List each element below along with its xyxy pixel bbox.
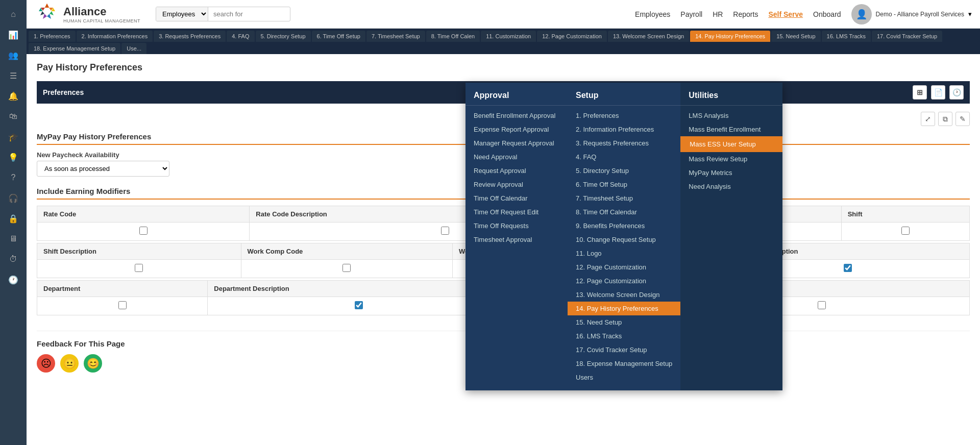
dropdown-item-timeoff-requests[interactable]: Time Off Requests (465, 219, 568, 233)
checkbox-rate-code-desc[interactable] (441, 227, 449, 235)
user-info[interactable]: 👤 Demo - Alliance Payroll Services ▾ (851, 4, 972, 24)
dropdown-item-timesheet-approval[interactable]: Timesheet Approval (465, 233, 568, 246)
dropdown-setup-5[interactable]: 5. Directory Setup (568, 164, 680, 178)
checkbox-rate-code[interactable] (139, 227, 148, 235)
tab-13-welcome[interactable]: 13. Welcome Screen Design (608, 31, 689, 42)
tab-15-need[interactable]: 15. Need Setup (771, 31, 820, 42)
nav-payroll[interactable]: Payroll (680, 10, 702, 18)
dropdown-setup-users[interactable]: Users (568, 370, 680, 384)
dropdown-item-manager-request[interactable]: Manager Request Approval (465, 136, 568, 150)
sidebar-bell-icon[interactable]: 🔔 (4, 87, 22, 105)
sidebar-people-icon[interactable]: 👥 (4, 46, 22, 64)
sidebar-home-icon[interactable]: ⌂ (4, 5, 22, 23)
dropdown-setup-9[interactable]: 9. Benefits Preferences (568, 219, 680, 233)
sidebar-headset-icon[interactable]: 🎧 (4, 189, 22, 207)
dropdown-setup-11[interactable]: 11. Logo (568, 246, 680, 260)
dropdown-util-lms[interactable]: LMS Analysis (680, 109, 782, 122)
user-name: Demo - Alliance Payroll Services (876, 11, 964, 18)
feedback-happy-icon[interactable]: 😊 (84, 354, 102, 373)
nav-selfserve[interactable]: Self Serve (768, 10, 803, 18)
col-shift-desc: Shift Description (37, 243, 241, 260)
dropdown-item-request-approval[interactable]: Request Approval (465, 164, 568, 178)
dropdown-setup-18[interactable]: 18. Expense Management Setup (568, 357, 680, 370)
dropdown-setup-16[interactable]: 16. LMS Tracks (568, 329, 680, 343)
dropdown-util-mass-benefit[interactable]: Mass Benefit Enrollment (680, 122, 782, 136)
toolbar-history-icon[interactable]: 🕐 (949, 85, 964, 100)
search-category-dropdown[interactable]: Employees (156, 7, 208, 21)
dropdown-item-timeoff-calendar[interactable]: Time Off Calendar (465, 191, 568, 205)
dropdown-item-review-approval[interactable]: Review Approval (465, 178, 568, 191)
dropdown-util-mass-review[interactable]: Mass Review Setup (680, 152, 782, 166)
feedback-neutral-icon[interactable]: 😐 (60, 354, 79, 373)
tab-2-info-prefs[interactable]: 2. Information Preferences (77, 31, 153, 42)
checkbox-dept-desc[interactable] (355, 301, 363, 309)
nav-employees[interactable]: Employees (635, 10, 670, 18)
sidebar-bag-icon[interactable]: 🛍 (4, 107, 22, 126)
tab-7-timesheet[interactable]: 7. Timesheet Setup (366, 31, 425, 42)
search-input[interactable] (208, 8, 290, 20)
toolbar-doc-icon[interactable]: 📄 (931, 85, 945, 100)
nav-hr[interactable]: HR (713, 10, 723, 18)
sidebar-graduation-icon[interactable]: 🎓 (4, 128, 22, 146)
tab-12-page-custom[interactable]: 12. Page Customization (537, 31, 607, 42)
nav-reports[interactable]: Reports (733, 10, 758, 18)
dropdown-setup-13[interactable]: 13. Welcome Screen Design (568, 288, 680, 302)
tab-4-faq[interactable]: 4. FAQ (227, 31, 254, 42)
dropdown-setup-10[interactable]: 10. Change Request Setup (568, 233, 680, 246)
dropdown-setup-12a[interactable]: 12. Page Customization (568, 260, 680, 274)
toolbar-grid-icon[interactable]: ⊞ (913, 85, 927, 100)
tab-users[interactable]: Use... (121, 43, 146, 54)
dropdown-setup-14[interactable]: 14. Pay History Preferences (568, 302, 680, 315)
tab-8-timeoff-cal[interactable]: 8. Time Off Calen (426, 31, 480, 42)
dropdown-item-need-approval[interactable]: Need Approval (465, 150, 568, 164)
dropdown-setup-7[interactable]: 7. Timesheet Setup (568, 191, 680, 205)
checkbox-shift-desc[interactable] (135, 264, 143, 272)
checkbox-work-code-desc[interactable] (818, 301, 826, 309)
sidebar-lightbulb-icon[interactable]: 💡 (4, 148, 22, 166)
nav-onboard[interactable]: Onboard (813, 10, 841, 18)
tab-6-timeoff[interactable]: 6. Time Off Setup (312, 31, 365, 42)
svg-marker-5 (47, 14, 51, 19)
toolbar-edit-icon[interactable]: ✎ (955, 112, 970, 126)
dropdown-setup-3[interactable]: 3. Requests Preferences (568, 136, 680, 150)
sidebar-chart-icon[interactable]: 📊 (4, 26, 22, 44)
user-dropdown-arrow[interactable]: ▾ (968, 10, 972, 18)
sidebar-clock-icon[interactable]: 🕐 (4, 270, 22, 289)
sidebar-time-icon[interactable]: ⏱ (4, 250, 22, 268)
sidebar-monitor-icon[interactable]: 🖥 (4, 230, 22, 248)
dropdown-setup-8[interactable]: 8. Time Off Calendar (568, 205, 680, 219)
dropdown-item-benefit-enrollment[interactable]: Benefit Enrollment Approval (465, 109, 568, 122)
dropdown-item-expense-report[interactable]: Expense Report Approval (465, 122, 568, 136)
tab-16-lms[interactable]: 16. LMS Tracks (822, 31, 871, 42)
dropdown-util-mypay[interactable]: MyPay Metrics (680, 166, 782, 180)
paycheck-availability-dropdown[interactable]: As soon as processed Day of pay date Day… (37, 161, 169, 177)
sidebar-list-icon[interactable]: ☰ (4, 66, 22, 85)
feedback-sad-icon[interactable]: ☹ (37, 354, 55, 373)
dropdown-setup-1[interactable]: 1. Preferences (568, 109, 680, 122)
toolbar-copy-icon[interactable]: ⧉ (938, 112, 952, 126)
svg-marker-10 (45, 4, 49, 8)
tab-17-covid[interactable]: 17. Covid Tracker Setup (872, 31, 942, 42)
dropdown-setup-17[interactable]: 17. Covid Tracker Setup (568, 343, 680, 357)
checkbox-work-comp-code[interactable] (342, 264, 351, 272)
dropdown-util-mass-ess[interactable]: Mass ESS User Setup (680, 136, 782, 152)
checkbox-department[interactable] (118, 301, 127, 309)
tab-14-pay-history[interactable]: 14. Pay History Preferences (690, 31, 770, 42)
tab-18-expense[interactable]: 18. Expense Management Setup (29, 43, 120, 54)
dropdown-setup-6[interactable]: 6. Time Off Setup (568, 178, 680, 191)
dropdown-util-need-analysis[interactable]: Need Analysis (680, 180, 782, 193)
sidebar-lock-icon[interactable]: 🔒 (4, 209, 22, 228)
dropdown-setup-4[interactable]: 4. FAQ (568, 150, 680, 164)
toolbar-expand-icon[interactable]: ⤢ (921, 112, 935, 126)
dropdown-setup-2[interactable]: 2. Information Preferences (568, 122, 680, 136)
tab-5-directory[interactable]: 5. Directory Setup (256, 31, 311, 42)
dropdown-setup-15[interactable]: 15. Need Setup (568, 315, 680, 329)
checkbox-shift[interactable] (901, 227, 910, 235)
tab-3-req-prefs[interactable]: 3. Requests Preferences (154, 31, 226, 42)
checkbox-location-desc[interactable] (844, 264, 852, 272)
sidebar-question-icon[interactable]: ? (4, 168, 22, 187)
tab-1-preferences[interactable]: 1. Preferences (29, 31, 76, 42)
dropdown-setup-12b[interactable]: 12. Page Customization (568, 274, 680, 288)
dropdown-item-timeoff-request-edit[interactable]: Time Off Request Edit (465, 205, 568, 219)
tab-11-custom[interactable]: 11. Customization (481, 31, 536, 42)
